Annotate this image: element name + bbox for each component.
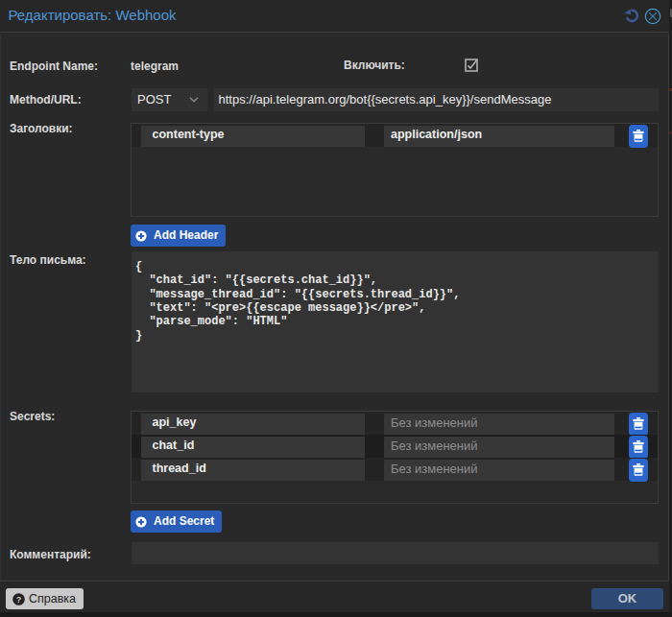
svg-text:?: ? xyxy=(15,594,21,604)
